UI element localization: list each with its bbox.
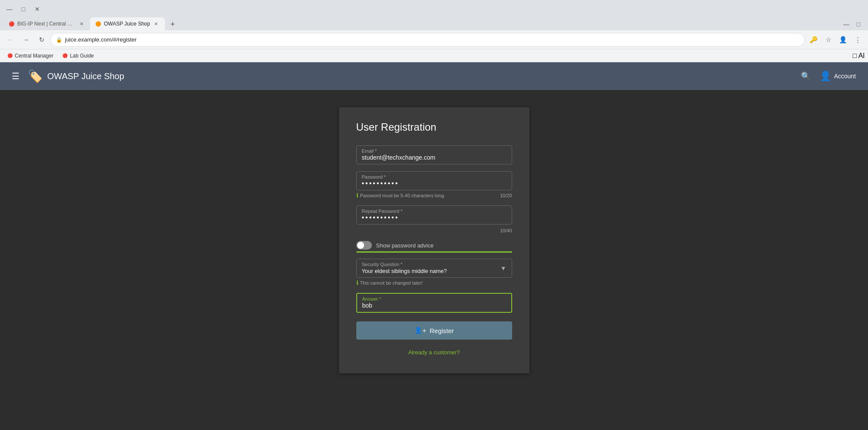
bookmark-btn[interactable]: ☆ xyxy=(821,33,835,47)
logo-icon: 🏷️ xyxy=(28,69,43,83)
register-btn-label: Register xyxy=(429,327,454,334)
profile-btn[interactable]: 👤 xyxy=(836,33,850,47)
show-password-row: Show password advice xyxy=(356,241,512,250)
already-customer-row: Already a customer? xyxy=(356,348,512,356)
answer-input[interactable] xyxy=(362,302,506,309)
email-input[interactable] xyxy=(362,154,507,161)
bookmark-label-1: Central Manager xyxy=(15,53,53,59)
bookmarks-bar: 🔴 Central Manager 🔴 Lab Guide □ Al xyxy=(0,49,868,62)
menu-btn[interactable]: ⋮ xyxy=(851,33,865,47)
tabs-bar: 🔴 BIG-IP Next | Central Manager ✕ 🟠 OWAS… xyxy=(0,16,868,30)
browser-titlebar: — □ ✕ xyxy=(0,0,868,16)
password-counter: 10/20 xyxy=(500,193,512,198)
bookmarks-right: □ Al xyxy=(853,52,865,60)
forward-btn[interactable]: → xyxy=(19,33,33,47)
toggle-knob xyxy=(357,242,364,249)
cannot-change-icon: ℹ xyxy=(356,279,358,286)
address-bar[interactable]: 🔒 juice.example.com/#/register xyxy=(50,33,805,47)
password-hint-icon: ℹ xyxy=(356,192,358,199)
password-hint-row: ℹ Password must be 5-40 characters long.… xyxy=(356,192,512,199)
browser-chrome: — □ ✕ 🔴 BIG-IP Next | Central Manager ✕ … xyxy=(0,0,868,62)
bookmark-central-manager[interactable]: 🔴 Central Manager xyxy=(3,51,57,60)
repeat-password-input[interactable]: •••••••••• xyxy=(362,214,399,221)
repeat-password-field-group: Repeat Password * •••••••••• 10/40 xyxy=(356,205,512,234)
password-label: Password * xyxy=(362,174,386,180)
tab-close-2[interactable]: ✕ xyxy=(153,20,160,27)
search-icon: 🔍 xyxy=(801,71,810,81)
show-password-toggle[interactable] xyxy=(356,241,372,250)
minimize-btn[interactable]: — xyxy=(3,3,16,15)
register-icon: 👤+ xyxy=(414,327,426,334)
repeat-password-label: Repeat Password * xyxy=(362,209,403,214)
tab-close-1[interactable]: ✕ xyxy=(78,20,85,27)
app-title: OWASP Juice Shop xyxy=(47,71,124,81)
security-question-select[interactable]: Your eldest siblings middle name? Your m… xyxy=(362,268,507,274)
answer-label: Answer * xyxy=(362,296,381,302)
window-restore-btn[interactable]: □ xyxy=(852,18,865,30)
repeat-password-counter: 10/40 xyxy=(500,228,512,233)
new-tab-btn[interactable]: + xyxy=(167,18,179,30)
reload-btn[interactable]: ↻ xyxy=(35,33,48,47)
tab-juice-shop[interactable]: 🟠 OWASP Juice Shop ✕ xyxy=(90,17,165,30)
app-header: ☰ 🏷️ OWASP Juice Shop 🔍 👤 Account xyxy=(0,62,868,90)
cannot-change-hint: ℹ This cannot be changed later! xyxy=(356,279,512,286)
email-wrapper: Email * xyxy=(356,145,512,164)
hamburger-icon: ☰ xyxy=(12,71,19,81)
address-text: juice.example.com/#/register xyxy=(65,36,136,43)
security-question-wrapper: Security Question * Your eldest siblings… xyxy=(356,259,512,278)
tab-title-2: OWASP Juice Shop xyxy=(104,21,150,27)
repeat-password-wrapper: Repeat Password * •••••••••• xyxy=(356,205,512,225)
bookmark-favicon-1: 🔴 xyxy=(7,53,13,59)
answer-wrapper: Answer * xyxy=(356,293,512,313)
extensions-btn[interactable]: 🔑 xyxy=(807,33,820,47)
close-window-btn[interactable]: ✕ xyxy=(31,3,43,15)
registration-title: User Registration xyxy=(356,121,512,133)
security-question-group: Security Question * Your eldest siblings… xyxy=(356,259,512,286)
bookmark-label-2: Lab Guide xyxy=(70,53,94,59)
app-logo: 🏷️ OWASP Juice Shop xyxy=(28,69,124,83)
password-hint-text: Password must be 5-40 characters long. xyxy=(360,193,445,198)
account-btn[interactable]: 👤 Account xyxy=(814,68,861,84)
password-input[interactable]: •••••••••• xyxy=(362,180,399,187)
hamburger-btn[interactable]: ☰ xyxy=(7,67,24,85)
tab-central-manager[interactable]: 🔴 BIG-IP Next | Central Manager ✕ xyxy=(3,17,90,30)
tab-favicon-2: 🟠 xyxy=(95,21,101,27)
registration-card: User Registration Email * Password * •••… xyxy=(339,107,529,373)
bookmark-lab-guide[interactable]: 🔴 Lab Guide xyxy=(58,51,97,60)
account-label: Account xyxy=(834,73,856,80)
header-search-btn[interactable]: 🔍 xyxy=(797,67,814,85)
account-icon: 👤 xyxy=(820,71,831,82)
show-password-label: Show password advice xyxy=(376,242,434,249)
password-field-group: Password * •••••••••• ℹ Password must be… xyxy=(356,171,512,199)
password-hint-left: ℹ Password must be 5-40 characters long. xyxy=(356,192,445,199)
already-customer-link[interactable]: Already a customer? xyxy=(408,349,460,356)
tab-favicon-1: 🔴 xyxy=(9,21,15,27)
tab-title-1: BIG-IP Next | Central Manager xyxy=(17,21,75,27)
security-question-label: Security Question * xyxy=(362,262,403,267)
bookmarks-right-label: □ Al xyxy=(853,52,865,60)
main-content: User Registration Email * Password * •••… xyxy=(0,90,868,430)
email-field-group: Email * xyxy=(356,145,512,164)
back-btn[interactable]: ← xyxy=(3,33,17,47)
bookmark-favicon-2: 🔴 xyxy=(62,53,68,59)
browser-toolbar: ← → ↻ 🔒 juice.example.com/#/register 🔑 ☆… xyxy=(0,30,868,49)
password-strength-bar xyxy=(356,251,512,253)
password-wrapper: Password * •••••••••• xyxy=(356,171,512,190)
cannot-change-text: This cannot be changed later! xyxy=(360,280,423,286)
lock-icon: 🔒 xyxy=(56,37,62,43)
email-label: Email * xyxy=(362,148,377,154)
register-button[interactable]: 👤+ Register xyxy=(356,321,512,340)
maximize-btn[interactable]: □ xyxy=(17,3,29,15)
window-minimize-btn[interactable]: — xyxy=(840,18,852,30)
